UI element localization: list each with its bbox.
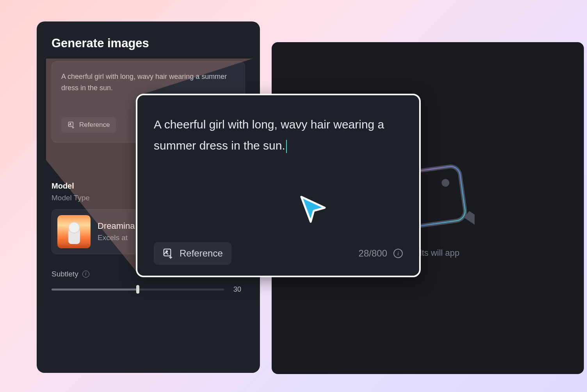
text-cursor	[286, 140, 287, 153]
model-description: Excels at	[98, 233, 135, 242]
model-thumbnail	[57, 215, 91, 248]
svg-point-4	[441, 178, 450, 187]
panel-title: Generate images	[52, 36, 245, 50]
model-info: Dreamina Excels at	[98, 221, 135, 242]
subtlety-slider[interactable]	[52, 289, 224, 290]
reference-label: Reference	[79, 121, 110, 129]
svg-point-7	[166, 251, 167, 252]
cursor-icon	[297, 193, 329, 224]
char-count-row: 28/800 i	[359, 248, 403, 259]
magnified-prompt-box: A cheerful girl with long, wavy hair wea…	[136, 94, 421, 277]
reference-label-large: Reference	[180, 248, 223, 259]
subtlety-value: 30	[233, 285, 245, 294]
char-count: 28/800	[359, 248, 387, 259]
subtlety-label: Subtlety	[52, 270, 78, 278]
prompt-text: A cheerful girl with long, wavy hair wea…	[61, 71, 235, 94]
model-name: Dreamina	[98, 221, 135, 231]
image-add-icon	[162, 248, 174, 259]
reference-button[interactable]: Reference	[61, 117, 116, 133]
slider-fill	[52, 289, 138, 290]
magnified-footer: Reference 28/800 i	[154, 242, 403, 265]
svg-point-1	[70, 123, 71, 124]
info-icon[interactable]: i	[82, 271, 89, 278]
slider-handle[interactable]	[136, 285, 139, 294]
reference-button-large[interactable]: Reference	[154, 242, 231, 265]
magnified-prompt-text[interactable]: A cheerful girl with long, wavy hair wea…	[154, 114, 403, 156]
info-icon[interactable]: i	[393, 249, 403, 258]
image-add-icon	[68, 121, 75, 129]
subtlety-slider-row: 30	[52, 285, 245, 294]
